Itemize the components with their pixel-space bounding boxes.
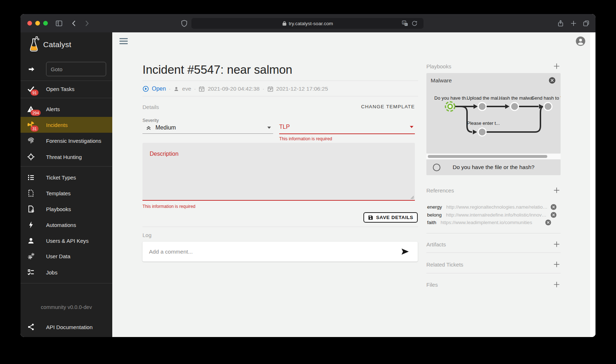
app-name: Catalyst	[43, 40, 71, 49]
tlp-select[interactable]: TLP	[279, 124, 415, 130]
reference-row: energy http://www.regionaltechnologies.n…	[427, 204, 561, 210]
sidebar-item-ticket-types[interactable]: Ticket Types	[21, 169, 112, 185]
divider	[426, 233, 561, 233]
severity-select[interactable]: Medium	[145, 124, 273, 131]
sidebar-item-automations[interactable]: Automations	[21, 217, 112, 233]
severity-value: Medium	[155, 124, 176, 131]
browser-window: try.catalyst-soar.com Ax Catalyst	[21, 14, 595, 337]
playbook-card-malware: Malware Do you have th... Upload the mal…	[426, 73, 561, 154]
related-tickets-section-label: Related Tickets	[426, 261, 463, 268]
details-section-label: Details	[142, 104, 159, 110]
workflow-node	[478, 103, 486, 110]
details-section: Details CHANGE TEMPLATE Severity Medium …	[112, 32, 426, 337]
add-artifact-icon[interactable]	[553, 240, 561, 248]
add-reference-icon[interactable]	[553, 186, 561, 194]
severity-underline	[142, 133, 273, 134]
user-avatar[interactable]	[576, 36, 585, 46]
person-icon	[27, 237, 35, 245]
resize-handle[interactable]	[411, 196, 414, 199]
comment-input[interactable]	[142, 249, 401, 255]
remove-reference-icon[interactable]	[545, 219, 551, 226]
zoom-window-button[interactable]	[43, 21, 48, 26]
back-button[interactable]	[70, 19, 78, 27]
reference-url[interactable]: https://www.leadimplement.io/communities	[441, 220, 542, 225]
reload-icon[interactable]	[411, 20, 418, 27]
references-section-header: References	[426, 186, 561, 194]
reference-url[interactable]: http://www.internalredefine.info/holisti…	[446, 212, 548, 218]
playbook-scrollbar-thumb[interactable]	[428, 155, 547, 158]
sidebar-item-threat-hunting[interactable]: Threat Hunting	[21, 149, 112, 165]
sidebar-item-jobs[interactable]: Jobs	[21, 264, 112, 280]
translate-icon[interactable]: Ax	[402, 20, 408, 27]
template-icon	[27, 189, 35, 197]
tlp-required-error: This information is required	[279, 136, 332, 141]
sidebar-item-open-tasks[interactable]: 91 Open Tasks	[21, 81, 112, 97]
playbook-icon	[27, 205, 35, 213]
goto-arrow-icon	[28, 65, 35, 73]
check-icon: 91	[27, 85, 35, 93]
share-nodes-icon	[27, 323, 35, 331]
sidebar-item-api-documentation[interactable]: API Documentation	[21, 319, 112, 335]
sidebar-item-playbooks[interactable]: Playbooks	[21, 201, 112, 217]
add-file-icon[interactable]	[553, 281, 561, 288]
new-tab-icon[interactable]	[570, 19, 578, 27]
sidebar-item-templates[interactable]: Templates	[21, 185, 112, 201]
comment-card	[142, 242, 418, 261]
sidebar-toggle-icon[interactable]	[55, 19, 63, 27]
url-text: try.catalyst-soar.com	[289, 21, 333, 26]
address-bar[interactable]: try.catalyst-soar.com Ax	[191, 18, 424, 29]
add-related-ticket-icon[interactable]	[553, 260, 561, 268]
sidebar-item-forensic-investigations[interactable]: Forensic Investigations	[21, 133, 112, 149]
add-playbook-icon[interactable]	[553, 62, 561, 70]
forward-button[interactable]	[83, 19, 91, 27]
minimize-window-button[interactable]	[35, 21, 40, 26]
sidebar-divider	[21, 166, 112, 167]
send-comment-icon[interactable]	[401, 248, 409, 255]
browser-titlebar: try.catalyst-soar.com Ax	[21, 14, 595, 32]
sidebar-item-incidents[interactable]: 31 Incidents	[21, 117, 112, 133]
page-scrollbar-track[interactable]	[590, 32, 595, 337]
remove-reference-icon[interactable]	[551, 212, 557, 218]
sidebar-item-users-api-keys[interactable]: Users & API Keys	[21, 233, 112, 249]
sidebar-item-alerts[interactable]: 294 Alerts	[21, 101, 112, 117]
lock-icon	[282, 21, 287, 26]
playbook-scrollbar-track[interactable]	[426, 154, 561, 159]
remove-reference-icon[interactable]	[551, 204, 557, 210]
list-icon	[27, 173, 35, 181]
reference-url[interactable]: http://www.regionaltechnologies.name/rel…	[446, 204, 548, 210]
workflow-node	[511, 103, 518, 110]
reference-name: belong	[427, 212, 442, 218]
related-tickets-section-header: Related Tickets	[426, 260, 561, 268]
tlp-caret-icon	[410, 126, 413, 128]
workflow-node	[478, 128, 486, 136]
save-details-button[interactable]: SAVE DETAILS	[363, 212, 418, 223]
playbooks-section-header: Playbooks	[426, 62, 561, 70]
files-section-label: Files	[426, 282, 438, 288]
sidebar-item-user-data[interactable]: User Data	[21, 248, 112, 264]
description-textarea[interactable]: Description	[142, 143, 415, 201]
reference-row: faith https://www.leadimplement.io/commu…	[427, 219, 561, 226]
goto-input[interactable]	[46, 62, 106, 76]
change-template-button[interactable]: CHANGE TEMPLATE	[361, 104, 415, 109]
incidents-badge: 31	[31, 126, 38, 132]
gears-icon	[27, 252, 35, 260]
reference-row: belong http://www.internalredefine.info/…	[427, 211, 561, 218]
svg-text:A: A	[403, 21, 405, 24]
workflow-graph[interactable]	[426, 73, 561, 154]
playbooks-section-label: Playbooks	[426, 63, 451, 69]
severity-caret-icon	[267, 127, 271, 129]
divider	[426, 273, 561, 273]
app-version: community v0.0.0-dev	[21, 304, 112, 310]
tabs-overview-icon[interactable]	[582, 19, 590, 27]
share-icon[interactable]	[557, 19, 565, 27]
task-radio-button[interactable]	[433, 164, 440, 171]
log-section-label: Log	[142, 232, 151, 238]
sidebar-divider	[21, 283, 112, 283]
severity-field-label: Severity	[142, 118, 159, 123]
privacy-shield-icon[interactable]	[180, 19, 188, 27]
close-window-button[interactable]	[27, 21, 32, 26]
tlp-underline	[279, 133, 415, 134]
catalyst-flask-logo	[27, 35, 41, 53]
radiation-icon: 31	[27, 121, 35, 129]
bolt-icon	[27, 221, 35, 229]
